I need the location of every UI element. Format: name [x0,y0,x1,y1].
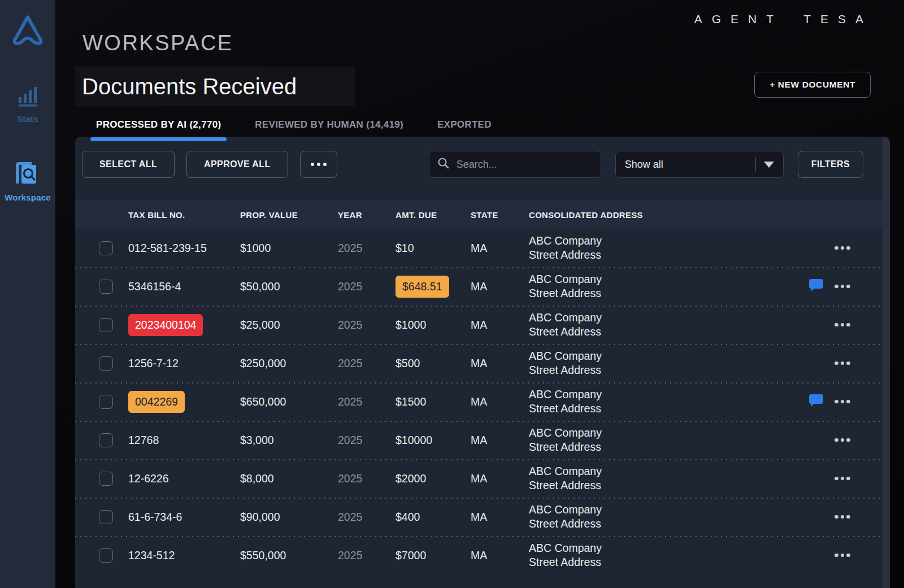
year: 2025 [338,472,362,485]
consolidated-address: ABC CompanyStreet Address [529,234,809,262]
documents-panel: SELECT ALL APPROVE ALL Show all [75,137,890,588]
consolidated-address: ABC CompanyStreet Address [529,464,809,492]
tab-bar: PROCESSED BY AI (2,770)REVIEWED BY HUMAN… [90,113,497,137]
state: MA [471,549,487,561]
approve-all-button[interactable]: APPROVE ALL [186,151,288,178]
sidebar-item-label: Stats [17,114,38,124]
main-content: AGENT TESA WORKSPACE Documents Received … [55,0,904,588]
row-menu-button[interactable] [835,512,890,522]
tax-bill-no: 1256-7-12 [128,357,179,369]
year: 2025 [338,511,362,523]
state: MA [471,280,487,293]
consolidated-address: ABC CompanyStreet Address [529,349,809,377]
row-menu-button[interactable] [835,435,890,446]
tax-bill-no: 012-581-239-15 [128,242,207,254]
amt-due: $648.51 [395,276,449,298]
brand-wordmark: AGENT TESA [694,12,873,26]
row-checkbox[interactable] [99,241,113,255]
new-document-button[interactable]: + NEW DOCUMENT [754,72,871,98]
year: 2025 [338,319,362,331]
tax-bill-no: 1234-512 [128,549,175,561]
state: MA [471,357,487,369]
state: MA [471,395,487,408]
tax-bill-no: 0042269 [128,391,185,413]
table-row: 012-581-239-15$10002025$10MAABC CompanyS… [75,229,890,267]
scrollbar[interactable] [883,137,890,588]
show-all-dropdown[interactable]: Show all [615,151,784,178]
prop-value: $3,000 [240,434,274,446]
app-logo-icon[interactable] [10,12,45,50]
row-checkbox[interactable] [99,433,113,447]
filters-button[interactable]: FILTERS [798,151,863,178]
comment-icon[interactable] [809,394,823,409]
consolidated-address: ABC CompanyStreet Address [529,503,809,530]
search-box [429,151,601,178]
row-menu-button[interactable] [835,243,890,254]
table-row: 12-6226$8,0002025$2000MAABC CompanyStree… [75,459,890,498]
select-all-button[interactable]: SELECT ALL [82,151,175,178]
amt-due: $1000 [395,319,426,331]
row-checkbox[interactable] [99,395,113,409]
row-menu-button[interactable] [835,320,890,330]
consolidated-address: ABC CompanyStreet Address [529,541,809,569]
prop-value: $650,000 [240,395,286,408]
consolidated-address: ABC CompanyStreet Address [529,426,809,454]
column-header-prop-value: PROP. VALUE [240,210,338,220]
state: MA [471,511,487,523]
ellipsis-icon [311,163,314,166]
workspace-eyebrow: WORKSPACE [82,31,233,55]
row-menu-button[interactable] [835,281,890,292]
amt-due: $2000 [395,472,426,485]
column-header-year: YEAR [338,210,395,220]
sidebar-item-workspace[interactable]: Workspace [5,160,51,202]
sidebar-item-stats[interactable]: Stats [15,86,40,124]
tab-exported[interactable]: EXPORTED [432,113,497,137]
page-title-wrap: Documents Received [75,67,355,106]
comment-icon[interactable] [809,279,823,294]
workspace-document-search-icon [15,160,41,188]
row-checkbox[interactable] [99,510,113,524]
row-menu-button[interactable] [835,550,890,561]
row-checkbox[interactable] [99,356,113,371]
table-row: 12768$3,0002025$10000MAABC CompanyStreet… [75,421,890,459]
tax-bill-no: 12768 [128,434,159,446]
table-body: 012-581-239-15$10002025$10MAABC CompanyS… [75,229,890,574]
prop-value: $250,000 [240,357,286,369]
dropdown-selected-value: Show all [625,159,755,171]
column-header-address: CONSOLIDATED ADDRESS [529,210,809,220]
table-row: 5346156-4$50,0002025$648.51MAABC Company… [75,267,890,306]
search-input[interactable] [457,159,593,171]
amt-due: $400 [395,511,420,523]
year: 2025 [338,549,362,561]
year: 2025 [338,395,362,408]
search-icon [437,157,450,172]
tab-reviewed-by-human[interactable]: REVIEWED BY HUMAN (14,419) [249,113,409,137]
consolidated-address: ABC CompanyStreet Address [529,387,809,415]
table-row: 2023400104$25,0002025$1000MAABC CompanyS… [75,306,890,344]
row-checkbox[interactable] [99,318,113,332]
row-menu-button[interactable] [835,358,890,369]
tab-processed-by-ai[interactable]: PROCESSED BY AI (2,770) [90,113,227,137]
row-checkbox[interactable] [99,548,113,563]
state: MA [471,319,487,331]
year: 2025 [338,357,362,369]
row-checkbox[interactable] [99,472,113,486]
consolidated-address: ABC CompanyStreet Address [529,311,809,338]
prop-value: $550,000 [240,549,286,561]
row-menu-button[interactable] [835,397,890,407]
state: MA [471,472,487,485]
prop-value: $50,000 [240,280,280,293]
row-menu-button[interactable] [835,473,890,484]
more-actions-button[interactable] [300,151,337,178]
tax-bill-no: 61-6-734-6 [128,511,182,523]
table-row: 1256-7-12$250,0002025$500MAABC CompanySt… [75,344,890,382]
chevron-down-icon [764,162,774,168]
sidebar: Stats Workspace [0,0,55,588]
prop-value: $25,000 [240,319,280,331]
year: 2025 [338,242,362,254]
row-checkbox[interactable] [99,280,113,294]
tax-bill-no: 12-6226 [128,472,169,485]
column-header-amt-due: AMT. DUE [395,210,471,220]
tax-bill-no: 5346156-4 [128,280,181,293]
table-row: 61-6-734-6$90,0002025$400MAABC CompanySt… [75,498,890,536]
